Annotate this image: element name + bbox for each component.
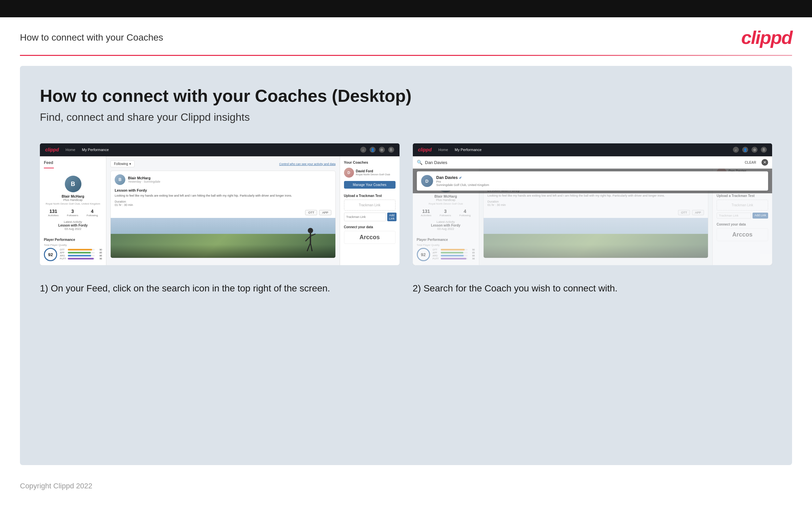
search-magnifier-icon: 🔍: [417, 160, 423, 165]
latest-activity-date: 03 Aug 2022: [64, 227, 82, 230]
feed-label-1: Feed: [44, 160, 102, 165]
profile-stats-1: 131 Activities 3 Followers 4 Following: [44, 209, 102, 217]
stat-following-2: 4 Following: [459, 209, 471, 217]
nav-icons-1: ⌕ 👤 ⚙ B: [360, 147, 394, 153]
search-icon-2[interactable]: ⌕: [733, 147, 739, 153]
caption-1: 1) On your Feed, click on the search ico…: [40, 282, 399, 295]
nav-icons-2: ⌕ 👤 ⚙ B: [733, 147, 767, 153]
clippd-logo: clippd: [741, 27, 792, 48]
settings-icon-2[interactable]: ⚙: [752, 147, 758, 153]
stat-following: 4 Following: [87, 209, 98, 217]
result-avatar: D: [421, 175, 433, 187]
coaches-title-1: Your Coaches: [344, 160, 395, 164]
search-bar: 🔍 CLEAR ✕: [413, 156, 772, 169]
followers-label: Followers: [67, 214, 78, 217]
post-actions: OTT APP: [111, 210, 335, 218]
post-header: B Blair McHarg Yesterday · Sunningdale: [111, 171, 335, 188]
search-overlay: 🔍 CLEAR ✕ D Dan Davies ✔ Pr: [413, 156, 772, 193]
stat-activities-2: 131 Activities: [421, 209, 431, 217]
golf-sky: [111, 218, 335, 234]
verified-icon: ✔: [459, 176, 462, 180]
following-label: Following: [87, 214, 98, 217]
quality-score: 92: [44, 248, 57, 261]
main-subtitle: Find, connect and share your Clippd insi…: [40, 111, 772, 123]
main-feed-1: Following ▾ Control who can see your act…: [106, 156, 340, 265]
profile-icon-2[interactable]: 👤: [742, 147, 748, 153]
off-btn[interactable]: OTT: [305, 210, 317, 215]
trackman-input-field[interactable]: [344, 213, 386, 221]
clear-button[interactable]: CLEAR: [745, 161, 756, 164]
post-title: Lesson with Fordy: [115, 188, 331, 192]
result-club: Sunningdale Golf Club, United Kingdom: [436, 183, 489, 186]
image-overlay: [111, 245, 335, 258]
bar-ott: OTT 90: [60, 249, 102, 251]
following-button[interactable]: Following ▾: [110, 160, 135, 167]
avatar-icon-2: B: [761, 147, 767, 153]
profile-handicap-2: Plus Handicap: [417, 198, 475, 202]
search-result[interactable]: D Dan Davies ✔ Pro Sunningdale Golf Club…: [417, 171, 768, 190]
profile-name-1: Blair McHarg: [44, 194, 102, 198]
post-duration: Duration: [115, 200, 331, 203]
nav-logo-1: clippd: [45, 147, 59, 153]
latest-activity-1: Latest Activity Lesson with Fordy 03 Aug…: [44, 220, 102, 230]
followers-count: 3: [67, 209, 78, 214]
svg-line-3: [311, 234, 316, 236]
result-role: Pro: [436, 180, 489, 183]
nav-home-1: Home: [65, 148, 75, 152]
latest-activity-2: Latest Activity Lesson with Fordy 03 Aug…: [417, 220, 475, 230]
nav-logo-2: clippd: [418, 147, 432, 153]
app-body-2: Feed B Blair McHarg Plus Handicap Royal …: [413, 156, 772, 265]
caption-text-2: 2) Search for the Coach you wish to conn…: [413, 282, 772, 295]
main-content: How to connect with your Coaches (Deskto…: [20, 66, 792, 465]
post-text: Looking to feel like my hands are exitin…: [115, 194, 331, 198]
coach-avatar-1: D: [344, 168, 354, 178]
player-performance-1: Player Performance Total Player Quality …: [44, 238, 102, 261]
screenshot-panel-2: clippd Home My Performance ⌕ 👤 ⚙ B Feed: [413, 143, 772, 265]
profile-avatar-1: B: [65, 176, 82, 192]
total-quality-label: Total Player Quality: [44, 244, 102, 247]
copyright-text: Copyright Clippd 2022: [20, 482, 92, 490]
app-btn[interactable]: APP: [319, 210, 331, 215]
coach-card-1: D David Ford Royal North Devon Golf Club: [344, 168, 395, 178]
post-body: Lesson with Fordy Looking to feel like m…: [111, 188, 335, 210]
following-count: 4: [87, 209, 98, 214]
header: How to connect with your Coaches clippd: [0, 17, 812, 55]
post-duration-value: 01 hr : 30 min: [115, 203, 331, 207]
bar-arg: ARG 86: [60, 254, 102, 257]
following-bar: Following ▾ Control who can see your act…: [110, 160, 336, 167]
perf-bars: OTT 90 APP 85 ARG: [60, 249, 102, 260]
footer: Copyright Clippd 2022: [0, 475, 812, 497]
control-link[interactable]: Control who can see your activity and da…: [279, 162, 336, 166]
profile-icon[interactable]: 👤: [370, 147, 376, 153]
avatar-icon: B: [388, 147, 394, 153]
screenshots-row: clippd Home My Performance ⌕ 👤 ⚙ B Feed: [40, 143, 772, 265]
bar-app: APP 85: [60, 252, 102, 254]
profile-area-1: B Blair McHarg Plus Handicap Royal North…: [44, 172, 102, 234]
close-search-button[interactable]: ✕: [761, 159, 768, 166]
app-nav-2: clippd Home My Performance ⌕ 👤 ⚙ B: [413, 143, 772, 156]
top-bar: [0, 0, 812, 17]
post-author-name: Blair McHarg: [128, 176, 160, 180]
sidebar-1: Feed B Blair McHarg Plus Handicap Royal …: [40, 156, 106, 265]
caption-text-1: 1) On your Feed, click on the search ico…: [40, 282, 399, 295]
app-body-1: Feed B Blair McHarg Plus Handicap Royal …: [40, 156, 399, 265]
coaches-panel-1: Your Coaches D David Ford Royal North De…: [340, 156, 399, 265]
add-link-btn[interactable]: Add Link: [387, 213, 397, 221]
main-title: How to connect with your Coaches (Deskto…: [40, 86, 772, 106]
perf-circle-row: 92 OTT 90 APP 85: [44, 248, 102, 261]
trackman-input-row: Add Link: [344, 213, 395, 221]
player-perf-title-1: Player Performance: [44, 238, 102, 242]
result-name: Dan Davies ✔: [436, 175, 489, 180]
settings-icon[interactable]: ⚙: [379, 147, 385, 153]
search-icon[interactable]: ⌕: [360, 147, 366, 153]
header-divider: [20, 55, 792, 56]
search-input[interactable]: [425, 160, 742, 165]
activities-count: 131: [48, 209, 59, 214]
manage-coaches-btn[interactable]: Manage Your Coaches: [344, 181, 395, 188]
coach-name-1: David Ford: [356, 169, 390, 173]
captions-row: 1) On your Feed, click on the search ico…: [40, 282, 772, 295]
latest-activity-name: Lesson with Fordy: [44, 223, 102, 227]
svg-line-2: [305, 236, 311, 241]
app-nav-1: clippd Home My Performance ⌕ 👤 ⚙ B: [40, 143, 399, 156]
svg-point-0: [308, 228, 313, 233]
